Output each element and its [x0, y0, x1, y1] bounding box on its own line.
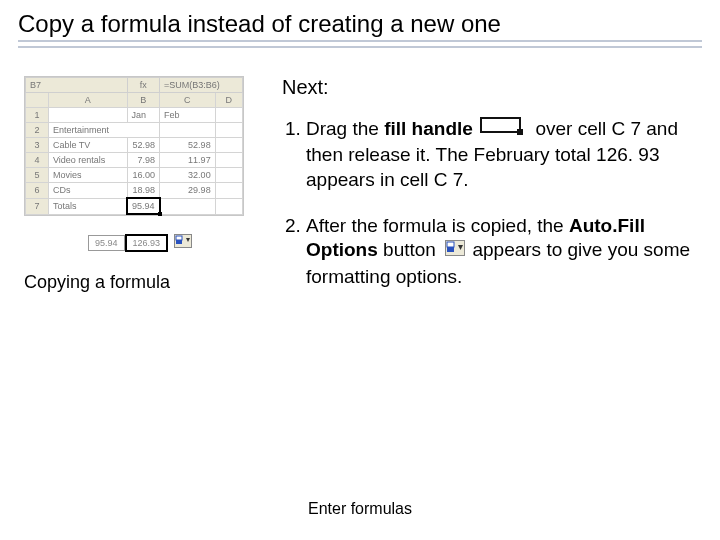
fill-handle-icon — [480, 117, 526, 141]
autofill-options-icon — [445, 238, 465, 262]
table-row: 2Entertainment — [26, 123, 243, 138]
svg-rect-2 — [176, 240, 182, 244]
title-underline — [18, 46, 702, 48]
table-row: 7Totals95.94 — [26, 198, 243, 214]
step-1: Drag the fill handle over cell C 7 and t… — [306, 117, 696, 192]
svg-rect-1 — [176, 236, 182, 240]
table-row: 3Cable TV52.9852.98 — [26, 138, 243, 153]
table-row: 5Movies16.0032.00 — [26, 168, 243, 183]
table-row: 4Video rentals7.9811.97 — [26, 153, 243, 168]
svg-rect-4 — [517, 129, 523, 135]
slide-title: Copy a formula instead of creating a new… — [18, 10, 702, 42]
footer-text: Enter formulas — [0, 500, 720, 518]
formula-bar: =SUM(B3:B6) — [160, 78, 243, 93]
illustration-caption: Copying a formula — [24, 272, 264, 293]
selected-cell: 95.94 — [127, 198, 160, 214]
svg-rect-3 — [481, 118, 520, 132]
autofill-options-icon — [174, 234, 192, 252]
table-row: 1JanFeb — [26, 108, 243, 123]
step-2: After the formula is copied, the Auto.Fi… — [306, 214, 696, 289]
table-row: 6CDs18.9829.98 — [26, 183, 243, 199]
next-label: Next: — [282, 76, 696, 99]
fx-label: fx — [127, 78, 160, 93]
svg-rect-7 — [447, 247, 454, 252]
result-illustration: 95.94 126.93 — [88, 232, 264, 252]
name-box: B7 — [26, 78, 128, 93]
spreadsheet-illustration: B7 fx =SUM(B3:B6) A B C D 1JanFeb 2Enter… — [24, 76, 244, 216]
svg-rect-6 — [447, 242, 454, 247]
